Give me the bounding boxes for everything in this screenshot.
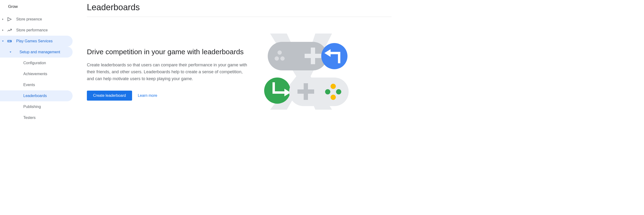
sidebar-item-label: Store performance [16, 28, 48, 32]
sidebar-item-leaderboards[interactable]: Leaderboards [0, 90, 72, 101]
learn-more-link[interactable]: Learn more [138, 93, 157, 98]
svg-rect-11 [311, 47, 315, 64]
create-leaderboard-button[interactable]: Create leaderboard [87, 91, 132, 101]
svg-point-3 [10, 41, 10, 41]
sidebar-item-label: Play Games Services [16, 39, 52, 43]
svg-point-8 [275, 56, 279, 61]
sidebar-item-label: Configuration [23, 61, 46, 65]
sidebar-item-label: Leaderboards [23, 94, 47, 98]
sidebar-item-configuration[interactable]: Configuration [0, 57, 72, 68]
svg-point-7 [278, 50, 282, 55]
main-content: Leaderboards Drive competition in your g… [72, 0, 406, 124]
sidebar-item-achievements[interactable]: Achievements [0, 68, 72, 79]
sidebar-item-label: Store presence [16, 17, 42, 21]
actions: Create leaderboard Learn more [87, 91, 249, 101]
sidebar-item-play-games-services[interactable]: Play Games Services [0, 36, 72, 47]
leaderboards-illustration [263, 29, 349, 114]
content-description: Create leaderboards so that users can co… [87, 62, 249, 82]
sidebar-item-publishing[interactable]: Publishing [0, 101, 72, 112]
page-title: Leaderboards [87, 2, 392, 17]
caret-down-icon [8, 51, 12, 53]
caret-right-icon [1, 18, 5, 21]
sidebar-item-events[interactable]: Events [0, 79, 72, 90]
svg-rect-18 [304, 83, 308, 100]
gamepad-icon [7, 38, 12, 44]
store-presence-icon [7, 16, 12, 22]
svg-point-21 [336, 89, 341, 94]
trending-up-icon [7, 27, 12, 33]
svg-point-22 [330, 95, 336, 100]
content-heading: Drive competition in your game with lead… [87, 48, 249, 56]
svg-point-4 [11, 41, 11, 41]
svg-point-19 [330, 84, 336, 89]
sidebar-item-label: Testers [23, 116, 36, 120]
svg-point-20 [325, 89, 330, 94]
sidebar-item-testers[interactable]: Testers [0, 112, 72, 123]
sidebar-item-store-presence[interactable]: Store presence [0, 14, 72, 25]
svg-point-12 [321, 43, 348, 69]
svg-point-9 [280, 56, 285, 61]
sidebar-item-label: Events [23, 83, 35, 87]
sidebar-item-label: Setup and management [20, 50, 60, 54]
sidebar-item-label: Achievements [23, 72, 47, 76]
sidebar-item-setup-and-management[interactable]: Setup and management [0, 47, 72, 57]
content-row: Drive competition in your game with lead… [87, 48, 392, 114]
sidebar-item-store-performance[interactable]: Store performance [0, 25, 72, 36]
sidebar: Grow Store presence Store performance [0, 0, 72, 124]
content-text: Drive competition in your game with lead… [87, 48, 249, 101]
caret-right-icon [1, 29, 5, 32]
sidebar-section-grow: Grow [0, 2, 72, 14]
caret-down-icon [1, 40, 5, 42]
sidebar-item-label: Publishing [23, 105, 41, 109]
